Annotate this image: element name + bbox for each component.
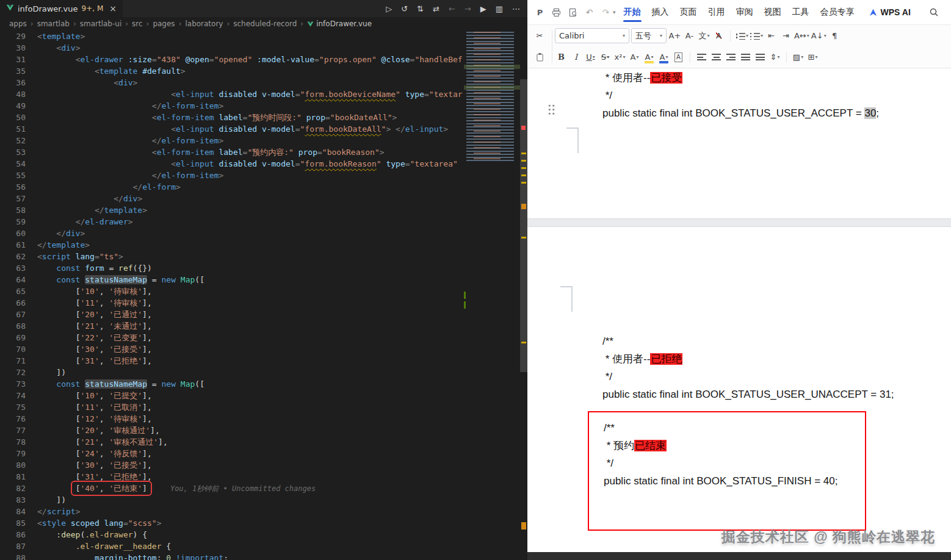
distribute-button[interactable] xyxy=(754,50,767,65)
cut-button[interactable]: ✂ xyxy=(533,29,546,43)
doc-text-line[interactable]: * 预约已结束 xyxy=(604,437,837,454)
decrease-indent-button[interactable]: ⇤ xyxy=(765,29,778,43)
run-file-icon[interactable]: ▶ xyxy=(480,4,486,13)
wps-ai-button[interactable]: WPS AI xyxy=(869,7,911,17)
code-line[interactable]: </el-form-item> xyxy=(37,170,464,181)
editor-scrollbar[interactable] xyxy=(520,31,527,560)
doc-text-line[interactable]: public static final int BOOK_STATUS_USER… xyxy=(602,104,879,122)
forward-icon[interactable]: → xyxy=(465,4,471,13)
align-justify-button[interactable] xyxy=(739,50,752,65)
breadcrumb-item[interactable]: src xyxy=(132,20,143,28)
code-line[interactable]: ['40', '已结束']You, 1秒钟前 • Uncommitted cha… xyxy=(37,483,464,494)
superscript-button[interactable]: x²▾ xyxy=(613,50,626,65)
menu-home[interactable]: 开始 xyxy=(618,1,646,23)
code-line[interactable]: <el-input disabled v-model="form.bookDat… xyxy=(37,123,464,135)
code-line[interactable]: ['22', '已变更'], xyxy=(37,332,464,343)
align-center-button[interactable] xyxy=(710,50,723,65)
code-line[interactable]: ]) xyxy=(37,494,464,506)
code-line[interactable]: ['20', '审核通过'], xyxy=(37,425,464,436)
char-scale-button[interactable]: A↔▾ xyxy=(794,29,809,43)
doc-text-line[interactable]: /** xyxy=(602,332,894,350)
doc-text-line[interactable]: public static final int BOOK_STATUS_FINI… xyxy=(604,472,837,490)
code-line[interactable]: <style scoped lang="scss"> xyxy=(37,517,464,529)
code-line[interactable]: ['10', '已提交'], xyxy=(37,390,464,401)
code-line[interactable]: ['11', '已取消'], xyxy=(37,401,464,413)
code-line[interactable]: ['31', '已拒绝'], xyxy=(37,355,464,367)
code-line[interactable]: const statusNameMap = new Map([ xyxy=(37,274,464,285)
code-line[interactable]: .el-drawer__header { xyxy=(37,540,464,552)
code-line[interactable]: ['24', '待反馈'], xyxy=(37,448,464,459)
show-paragraph-marks-button[interactable]: ¶ xyxy=(828,29,841,43)
breadcrumb-item[interactable]: pages xyxy=(153,20,175,28)
code-line[interactable]: ['11', '待审核'], xyxy=(37,297,464,309)
code-line[interactable]: <el-form-item label="预约内容:" prop="bookRe… xyxy=(37,146,464,158)
code-line[interactable]: <el-form-item label="预约时间段:" prop="bookD… xyxy=(37,112,464,123)
paragraph-drag-handle-icon[interactable] xyxy=(548,104,555,115)
code-line[interactable]: ['21', '审核不通过'], xyxy=(37,436,464,448)
strikethrough-button[interactable]: S▾ xyxy=(599,50,612,65)
refresh-icon[interactable]: ↺ xyxy=(401,4,408,13)
doc-text-line[interactable]: public static final int BOOK_STATUS_USER… xyxy=(602,386,894,403)
code-lines[interactable]: <template> <div> <el-drawer :size="438" … xyxy=(26,31,464,560)
font-size-select[interactable]: 五号▾ xyxy=(631,28,667,43)
code-line[interactable]: const statusNameMap = new Map([ xyxy=(37,378,464,390)
export-pdf-button[interactable]: P xyxy=(532,5,548,20)
increase-indent-button[interactable]: ⇥ xyxy=(779,29,792,43)
breadcrumb-item[interactable]: scheduled-record xyxy=(233,20,297,28)
code-editor[interactable]: 2930313536484950515253545556575859606162… xyxy=(0,31,464,560)
menu-review[interactable]: 审阅 xyxy=(731,1,759,23)
character-border-button[interactable]: A xyxy=(672,50,685,65)
code-line[interactable]: ['20', '已通过'], xyxy=(37,309,464,320)
print-preview-button[interactable] xyxy=(565,5,580,20)
minimap[interactable] xyxy=(464,31,520,560)
italic-button[interactable]: I xyxy=(570,50,582,65)
code-line[interactable]: const form = ref({}) xyxy=(37,262,464,274)
menu-view[interactable]: 视图 xyxy=(759,1,787,23)
more-actions-icon[interactable]: ⋯ xyxy=(512,4,520,13)
code-line[interactable]: <template> xyxy=(37,31,464,42)
tab-close-icon[interactable]: × xyxy=(109,4,117,13)
swap-icon[interactable]: ⇄ xyxy=(433,4,439,13)
font-name-select[interactable]: Calibri▾ xyxy=(555,28,629,43)
tab-infodrawer[interactable]: infoDrawer.vue 9+, M × xyxy=(0,0,123,17)
code-line[interactable]: </div> xyxy=(37,193,464,204)
redo-dropdown-icon[interactable]: ▾ xyxy=(613,9,616,15)
code-line[interactable]: <el-drawer :size="438" @open="opened" :m… xyxy=(37,54,464,65)
bold-button[interactable]: B xyxy=(555,50,568,65)
code-line[interactable]: ['10', '待审核'], xyxy=(37,285,464,297)
doc-text-line[interactable]: /** xyxy=(604,419,837,437)
doc-text-line[interactable]: * 使用者--已接受 xyxy=(602,69,879,87)
back-icon[interactable]: ← xyxy=(449,4,455,13)
doc-text-line[interactable]: */ xyxy=(602,87,879,104)
code-line[interactable]: <el-input disabled v-model="form.bookDev… xyxy=(37,88,464,100)
text-tool-button[interactable]: 文▾ xyxy=(698,29,711,43)
menu-insert[interactable]: 插入 xyxy=(646,1,674,23)
code-line[interactable]: <el-input disabled v-model="form.bookRea… xyxy=(37,158,464,170)
code-line[interactable]: </template> xyxy=(37,239,464,251)
code-line[interactable]: </el-form> xyxy=(37,181,464,193)
bullet-list-button[interactable]: ▾ xyxy=(736,29,748,43)
code-line[interactable]: margin-bottom: 0 !important; xyxy=(37,552,464,560)
highlight-color-button[interactable]: A▾ xyxy=(643,50,656,65)
split-editor-icon[interactable]: ▥ xyxy=(496,4,503,13)
scrollbar-thumb[interactable] xyxy=(520,79,527,372)
menu-tools[interactable]: 工具 xyxy=(787,1,815,23)
code-line[interactable]: </script> xyxy=(37,506,464,517)
increase-font-button[interactable]: A+ xyxy=(668,29,681,43)
breadcrumb-item[interactable]: apps xyxy=(9,20,27,28)
code-line[interactable]: ]) xyxy=(37,367,464,378)
document-area[interactable]: * 使用者--已接受 */public static final int BOO… xyxy=(527,68,951,560)
borders-button[interactable]: ⊞▾ xyxy=(806,50,819,65)
doc-text-line[interactable]: * 使用者--已拒绝 xyxy=(602,350,894,368)
line-spacing-button[interactable]: ⇕▾ xyxy=(768,50,781,65)
code-line[interactable]: <div> xyxy=(37,42,464,54)
code-line[interactable]: </el-form-item> xyxy=(37,100,464,112)
menu-page[interactable]: 页面 xyxy=(674,1,703,23)
doc-text-line[interactable]: */ xyxy=(602,368,894,386)
breadcrumb-file[interactable]: infoDrawer.vue xyxy=(307,20,372,28)
code-line[interactable]: </template> xyxy=(37,204,464,216)
redo-button[interactable]: ↷ xyxy=(598,5,613,20)
code-line[interactable]: :deep(.el-drawer) { xyxy=(37,529,464,540)
numbered-list-button[interactable]: ▾ xyxy=(750,29,763,43)
menu-member[interactable]: 会员专享 xyxy=(815,1,860,23)
